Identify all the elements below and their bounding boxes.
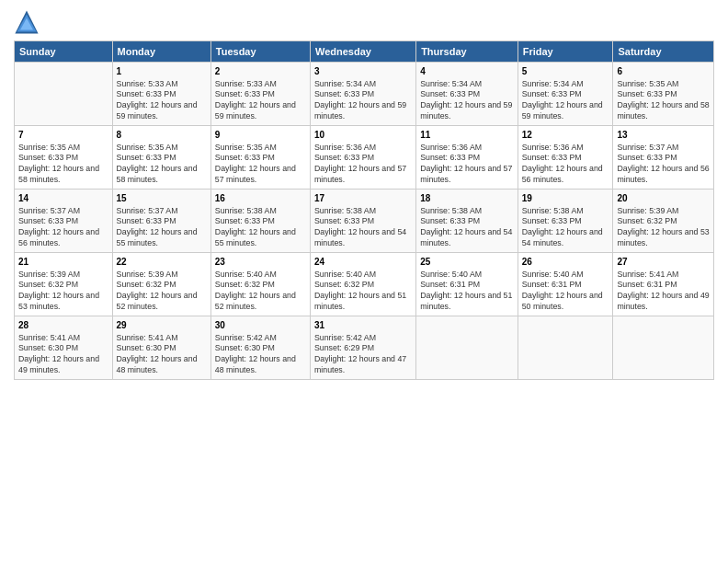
header xyxy=(14,9,714,35)
day-info: Sunrise: 5:38 AMSunset: 6:33 PMDaylight:… xyxy=(215,206,306,250)
day-info: Sunrise: 5:41 AMSunset: 6:30 PMDaylight:… xyxy=(117,333,207,377)
day-info: Sunrise: 5:40 AMSunset: 6:31 PMDaylight:… xyxy=(522,270,609,314)
day-cell xyxy=(518,316,613,380)
day-cell: 17Sunrise: 5:38 AMSunset: 6:33 PMDayligh… xyxy=(310,190,415,253)
day-number: 24 xyxy=(314,256,412,269)
day-info: Sunrise: 5:33 AMSunset: 6:33 PMDaylight:… xyxy=(215,79,306,123)
day-info: Sunrise: 5:41 AMSunset: 6:31 PMDaylight:… xyxy=(617,270,710,314)
day-number: 13 xyxy=(617,129,710,142)
day-number: 15 xyxy=(117,192,207,205)
day-info: Sunrise: 5:33 AMSunset: 6:33 PMDaylight:… xyxy=(117,79,207,123)
day-number: 7 xyxy=(18,129,108,142)
day-info: Sunrise: 5:35 AMSunset: 6:33 PMDaylight:… xyxy=(18,143,108,187)
day-number: 23 xyxy=(215,256,306,269)
week-row-4: 21Sunrise: 5:39 AMSunset: 6:32 PMDayligh… xyxy=(15,253,714,316)
day-cell: 8Sunrise: 5:35 AMSunset: 6:33 PMDaylight… xyxy=(112,126,210,190)
day-cell: 7Sunrise: 5:35 AMSunset: 6:33 PMDaylight… xyxy=(15,126,113,190)
day-info: Sunrise: 5:34 AMSunset: 6:33 PMDaylight:… xyxy=(314,79,412,123)
day-cell: 6Sunrise: 5:35 AMSunset: 6:33 PMDaylight… xyxy=(613,63,714,126)
week-row-2: 7Sunrise: 5:35 AMSunset: 6:33 PMDaylight… xyxy=(15,126,714,190)
day-info: Sunrise: 5:42 AMSunset: 6:30 PMDaylight:… xyxy=(215,333,306,377)
day-cell xyxy=(15,63,113,126)
day-cell: 5Sunrise: 5:34 AMSunset: 6:33 PMDaylight… xyxy=(518,63,613,126)
day-info: Sunrise: 5:42 AMSunset: 6:29 PMDaylight:… xyxy=(314,333,412,377)
day-number: 31 xyxy=(314,319,412,332)
day-info: Sunrise: 5:37 AMSunset: 6:33 PMDaylight:… xyxy=(117,206,207,250)
day-cell: 13Sunrise: 5:37 AMSunset: 6:33 PMDayligh… xyxy=(613,126,714,190)
day-info: Sunrise: 5:35 AMSunset: 6:33 PMDaylight:… xyxy=(117,143,207,187)
day-info: Sunrise: 5:41 AMSunset: 6:30 PMDaylight:… xyxy=(18,333,108,377)
day-number: 17 xyxy=(314,192,412,205)
day-number: 21 xyxy=(18,256,108,269)
day-header-tuesday: Tuesday xyxy=(210,41,310,63)
day-header-saturday: Saturday xyxy=(613,41,714,63)
day-cell: 24Sunrise: 5:40 AMSunset: 6:32 PMDayligh… xyxy=(310,253,415,316)
calendar-table: SundayMondayTuesdayWednesdayThursdayFrid… xyxy=(14,40,714,380)
day-number: 16 xyxy=(215,192,306,205)
day-cell: 28Sunrise: 5:41 AMSunset: 6:30 PMDayligh… xyxy=(15,316,113,380)
day-info: Sunrise: 5:37 AMSunset: 6:33 PMDaylight:… xyxy=(18,206,108,250)
day-cell: 2Sunrise: 5:33 AMSunset: 6:33 PMDaylight… xyxy=(210,63,310,126)
day-cell: 21Sunrise: 5:39 AMSunset: 6:32 PMDayligh… xyxy=(15,253,113,316)
day-info: Sunrise: 5:36 AMSunset: 6:33 PMDaylight:… xyxy=(420,143,514,187)
day-number: 22 xyxy=(117,256,207,269)
day-info: Sunrise: 5:39 AMSunset: 6:32 PMDaylight:… xyxy=(617,206,710,250)
day-cell: 25Sunrise: 5:40 AMSunset: 6:31 PMDayligh… xyxy=(416,253,518,316)
day-cell: 19Sunrise: 5:38 AMSunset: 6:33 PMDayligh… xyxy=(518,190,613,253)
day-info: Sunrise: 5:34 AMSunset: 6:33 PMDaylight:… xyxy=(522,79,609,123)
day-info: Sunrise: 5:35 AMSunset: 6:33 PMDaylight:… xyxy=(617,79,710,123)
page: SundayMondayTuesdayWednesdayThursdayFrid… xyxy=(0,0,728,563)
day-info: Sunrise: 5:38 AMSunset: 6:33 PMDaylight:… xyxy=(522,206,609,250)
day-number: 12 xyxy=(522,129,609,142)
day-cell: 20Sunrise: 5:39 AMSunset: 6:32 PMDayligh… xyxy=(613,190,714,253)
day-header-thursday: Thursday xyxy=(416,41,518,63)
day-number: 8 xyxy=(117,129,207,142)
day-number: 19 xyxy=(522,192,609,205)
day-info: Sunrise: 5:39 AMSunset: 6:32 PMDaylight:… xyxy=(117,270,207,314)
day-header-friday: Friday xyxy=(518,41,613,63)
day-header-wednesday: Wednesday xyxy=(310,41,415,63)
day-info: Sunrise: 5:36 AMSunset: 6:33 PMDaylight:… xyxy=(314,143,412,187)
week-row-5: 28Sunrise: 5:41 AMSunset: 6:30 PMDayligh… xyxy=(15,316,714,380)
day-cell: 15Sunrise: 5:37 AMSunset: 6:33 PMDayligh… xyxy=(112,190,210,253)
day-cell: 18Sunrise: 5:38 AMSunset: 6:33 PMDayligh… xyxy=(416,190,518,253)
day-info: Sunrise: 5:36 AMSunset: 6:33 PMDaylight:… xyxy=(522,143,609,187)
day-cell: 29Sunrise: 5:41 AMSunset: 6:30 PMDayligh… xyxy=(112,316,210,380)
day-number: 11 xyxy=(420,129,514,142)
day-number: 4 xyxy=(420,65,514,78)
day-number: 20 xyxy=(617,192,710,205)
day-number: 2 xyxy=(215,65,306,78)
day-number: 9 xyxy=(215,129,306,142)
day-info: Sunrise: 5:38 AMSunset: 6:33 PMDaylight:… xyxy=(314,206,412,250)
day-cell: 31Sunrise: 5:42 AMSunset: 6:29 PMDayligh… xyxy=(310,316,415,380)
day-info: Sunrise: 5:35 AMSunset: 6:33 PMDaylight:… xyxy=(215,143,306,187)
day-cell: 16Sunrise: 5:38 AMSunset: 6:33 PMDayligh… xyxy=(210,190,310,253)
day-info: Sunrise: 5:37 AMSunset: 6:33 PMDaylight:… xyxy=(617,143,710,187)
week-row-3: 14Sunrise: 5:37 AMSunset: 6:33 PMDayligh… xyxy=(15,190,714,253)
logo xyxy=(14,9,43,35)
day-cell: 4Sunrise: 5:34 AMSunset: 6:33 PMDaylight… xyxy=(416,63,518,126)
day-cell: 22Sunrise: 5:39 AMSunset: 6:32 PMDayligh… xyxy=(112,253,210,316)
day-info: Sunrise: 5:40 AMSunset: 6:32 PMDaylight:… xyxy=(314,270,412,314)
day-number: 1 xyxy=(117,65,207,78)
day-cell: 30Sunrise: 5:42 AMSunset: 6:30 PMDayligh… xyxy=(210,316,310,380)
day-cell: 26Sunrise: 5:40 AMSunset: 6:31 PMDayligh… xyxy=(518,253,613,316)
day-cell: 9Sunrise: 5:35 AMSunset: 6:33 PMDaylight… xyxy=(210,126,310,190)
day-info: Sunrise: 5:40 AMSunset: 6:32 PMDaylight:… xyxy=(215,270,306,314)
day-cell: 1Sunrise: 5:33 AMSunset: 6:33 PMDaylight… xyxy=(112,63,210,126)
day-number: 5 xyxy=(522,65,609,78)
day-number: 27 xyxy=(617,256,710,269)
day-cell: 23Sunrise: 5:40 AMSunset: 6:32 PMDayligh… xyxy=(210,253,310,316)
day-cell: 14Sunrise: 5:37 AMSunset: 6:33 PMDayligh… xyxy=(15,190,113,253)
day-cell: 11Sunrise: 5:36 AMSunset: 6:33 PMDayligh… xyxy=(416,126,518,190)
day-number: 10 xyxy=(314,129,412,142)
day-info: Sunrise: 5:34 AMSunset: 6:33 PMDaylight:… xyxy=(420,79,514,123)
day-cell: 12Sunrise: 5:36 AMSunset: 6:33 PMDayligh… xyxy=(518,126,613,190)
day-header-sunday: Sunday xyxy=(15,41,113,63)
day-cell: 27Sunrise: 5:41 AMSunset: 6:31 PMDayligh… xyxy=(613,253,714,316)
day-number: 30 xyxy=(215,319,306,332)
day-cell: 3Sunrise: 5:34 AMSunset: 6:33 PMDaylight… xyxy=(310,63,415,126)
day-cell xyxy=(416,316,518,380)
day-number: 6 xyxy=(617,65,710,78)
header-row: SundayMondayTuesdayWednesdayThursdayFrid… xyxy=(15,41,714,63)
